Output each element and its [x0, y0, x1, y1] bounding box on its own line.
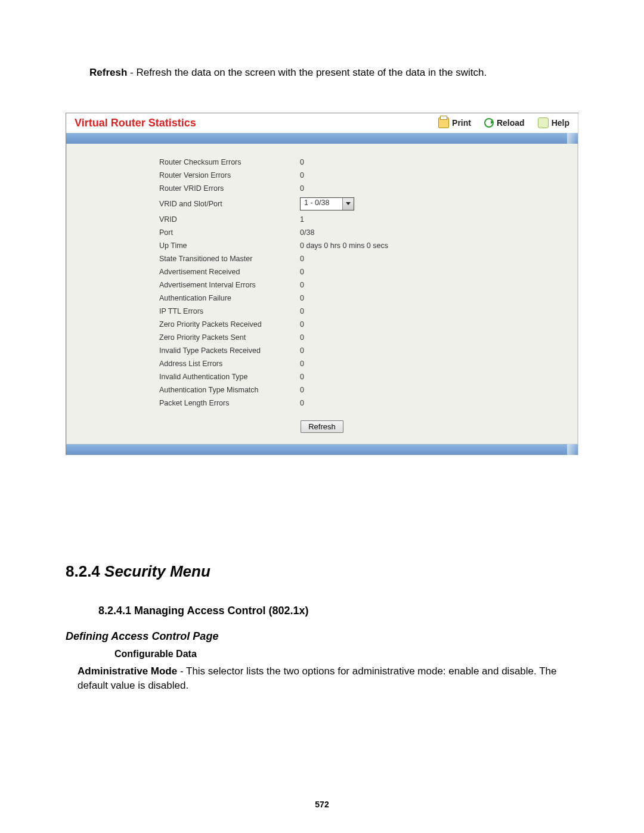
reload-icon	[484, 118, 494, 128]
stat-label: Up Time	[159, 239, 296, 252]
vrid-slot-port-select[interactable]: 1 - 0/38	[300, 197, 354, 210]
stat-label: VRID	[159, 213, 296, 226]
section-heading: 8.2.4 Security Menu	[66, 562, 578, 581]
stat-label: Router Version Errors	[159, 169, 296, 182]
admin-mode-lead: Administrative Mode	[78, 665, 177, 677]
stat-label: Authentication Type Mismatch	[159, 383, 296, 397]
table-row: Router Version Errors0	[159, 169, 394, 182]
footer-shine	[567, 444, 578, 455]
help-label: Help	[552, 118, 569, 128]
help-button[interactable]: Help	[538, 117, 569, 128]
stat-label: Port	[159, 226, 296, 239]
stat-value: 0	[296, 344, 394, 357]
stat-value: 0	[296, 331, 394, 344]
stat-label: Invalid Authentication Type	[159, 370, 296, 383]
stats-table: Router Checksum Errors0Router Version Er…	[159, 156, 394, 410]
table-row: State Transitioned to Master0	[159, 252, 394, 265]
table-row: Port0/38	[159, 226, 394, 239]
header-divider	[66, 133, 578, 144]
panel-body: Router Checksum Errors0Router Version Er…	[66, 144, 578, 444]
stat-label: Router Checksum Errors	[159, 156, 296, 169]
intro-lead: Refresh	[89, 67, 127, 78]
select-value: 1 - 0/38	[301, 198, 342, 210]
table-row: Router Checksum Errors0	[159, 156, 394, 169]
page-subheading: Defining Access Control Page	[66, 630, 578, 643]
stat-label: Packet Length Errors	[159, 397, 296, 410]
configurable-data-heading: Configurable Data	[114, 649, 578, 659]
chevron-down-icon[interactable]	[342, 198, 354, 210]
stat-value: 0/38	[296, 226, 394, 239]
stat-label: Invalid Type Packets Received	[159, 344, 296, 357]
table-row: Packet Length Errors0	[159, 397, 394, 410]
stat-label: Zero Priority Packets Received	[159, 318, 296, 331]
refresh-button[interactable]: Refresh	[301, 420, 343, 433]
table-row: Address List Errors0	[159, 357, 394, 370]
stat-value: 1 - 0/38	[296, 195, 394, 213]
stat-value: 0	[296, 278, 394, 292]
stat-value: 0	[296, 397, 394, 410]
stat-value: 0	[296, 252, 394, 265]
subsection-heading: 8.2.4.1 Managing Access Control (802.1x)	[98, 605, 578, 617]
stat-label: Advertisement Received	[159, 265, 296, 278]
stat-value: 0	[296, 169, 394, 182]
stat-label: VRID and Slot/Port	[159, 195, 296, 213]
stat-value: 0	[296, 370, 394, 383]
table-row: Invalid Type Packets Received0	[159, 344, 394, 357]
section-title: Security Menu	[104, 562, 210, 580]
print-label: Print	[452, 118, 471, 128]
intro-rest: - Refresh the data on the screen with th…	[127, 67, 487, 78]
stat-label: Authentication Failure	[159, 292, 296, 305]
stat-label: State Transitioned to Master	[159, 252, 296, 265]
stat-value: 0	[296, 357, 394, 370]
intro-refresh-text: Refresh - Refresh the data on the screen…	[89, 66, 578, 80]
print-button[interactable]: Print	[438, 117, 471, 128]
table-row: Zero Priority Packets Received0	[159, 318, 394, 331]
table-row: Authentication Type Mismatch0	[159, 383, 394, 397]
stat-value: 0 days 0 hrs 0 mins 0 secs	[296, 239, 394, 252]
stat-label: Zero Priority Packets Sent	[159, 331, 296, 344]
stat-value: 0	[296, 383, 394, 397]
table-row: Advertisement Interval Errors0	[159, 278, 394, 292]
stat-value: 0	[296, 318, 394, 331]
stat-value: 0	[296, 182, 394, 195]
print-icon	[438, 117, 449, 128]
stat-value: 0	[296, 265, 394, 278]
stat-label: Advertisement Interval Errors	[159, 278, 296, 292]
page-number: 572	[0, 800, 644, 809]
stats-panel: Virtual Router Statistics Print Reload H…	[66, 113, 578, 455]
table-row: Up Time0 days 0 hrs 0 mins 0 secs	[159, 239, 394, 252]
section-number: 8.2.4	[66, 562, 100, 580]
table-row: VRID and Slot/Port1 - 0/38	[159, 195, 394, 213]
table-row: IP TTL Errors0	[159, 305, 394, 318]
stat-label: Address List Errors	[159, 357, 296, 370]
reload-button[interactable]: Reload	[484, 118, 525, 128]
stat-value: 0	[296, 156, 394, 169]
table-row: Advertisement Received0	[159, 265, 394, 278]
header-shine	[567, 133, 578, 144]
table-row: Router VRID Errors0	[159, 182, 394, 195]
stat-value: 0	[296, 305, 394, 318]
stat-value: 1	[296, 213, 394, 226]
help-icon	[538, 117, 549, 128]
admin-mode-paragraph: Administrative Mode - This selector list…	[78, 664, 578, 693]
reload-label: Reload	[497, 118, 525, 128]
stat-value: 0	[296, 292, 394, 305]
table-row: Invalid Authentication Type0	[159, 370, 394, 383]
table-row: Zero Priority Packets Sent0	[159, 331, 394, 344]
panel-title: Virtual Router Statistics	[75, 117, 425, 129]
stat-label: IP TTL Errors	[159, 305, 296, 318]
footer-divider	[66, 444, 578, 455]
table-row: Authentication Failure0	[159, 292, 394, 305]
table-row: VRID1	[159, 213, 394, 226]
panel-header: Virtual Router Statistics Print Reload H…	[66, 114, 578, 133]
stat-label: Router VRID Errors	[159, 182, 296, 195]
